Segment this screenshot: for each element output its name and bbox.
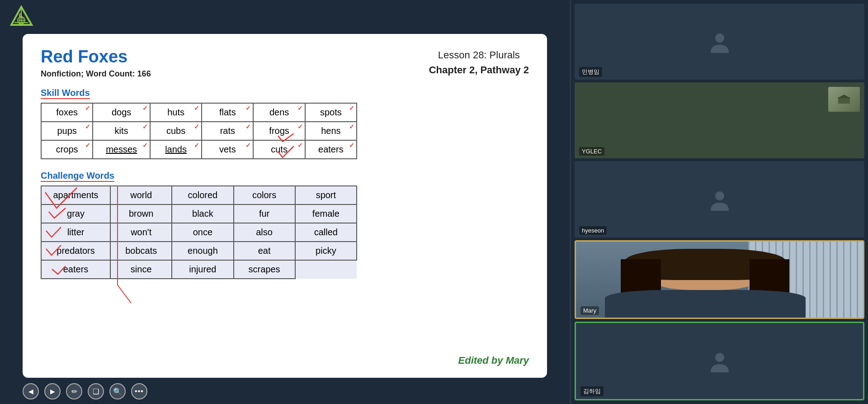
logo: E [9,5,34,29]
copy-button[interactable]: ❑ [88,383,104,399]
word-cell: bobcats [110,242,172,260]
more-button[interactable]: ••• [131,383,147,399]
participant-tile: hyeseon [575,161,864,237]
word-cell: foxes✓ [41,103,93,122]
word-cell: predators [41,242,110,260]
participant-name: 민병임 [579,67,602,77]
word-cell: cuts✓ [253,140,305,159]
word-cell: colored [172,186,233,204]
word-cell: brown [110,204,172,223]
challenge-words-table: apartments world colored colors sport gr… [41,185,357,279]
slide-header: Red Foxes Nonfiction; Word Count: 166 Le… [41,48,529,79]
slide-left-header: Red Foxes Nonfiction; Word Count: 166 [41,48,151,79]
edited-by-label: Edited by Mary [458,355,529,366]
participant-name-mary: Mary [580,306,599,315]
word-cell: pups✓ [41,122,93,140]
word-cell: eat [234,242,295,260]
table-row: eaters since injured scrapes [41,260,357,279]
bottom-controls: ◀ ▶ ✏ ❑ 🔍 ••• [23,383,147,399]
svg-rect-10 [838,97,850,104]
word-cell: hens✓ [305,122,357,140]
word-cell: messes✓ [93,140,150,159]
word-cell: won't [110,223,172,242]
participant-tile: YGLEC [575,82,864,158]
word-cell: dens✓ [253,103,305,122]
word-cell: apartments [41,186,110,204]
participant-tile: 김하임 [575,322,864,400]
challenge-words-section: Challenge Words apartments world colored… [41,171,529,281]
edit-button[interactable]: ✏ [66,383,82,399]
participant-tile-mary: Mary [575,240,864,319]
back-button[interactable]: ◀ [23,383,39,399]
slide-container: Red Foxes Nonfiction; Word Count: 166 Le… [23,34,547,378]
table-row: foxes✓ dogs✓ huts✓ flats✓ dens✓ spots✓ [41,103,357,122]
skill-words-section: Skill Words foxes✓ dogs✓ huts✓ flats✓ de… [41,88,529,159]
participant-name: hyeseon [579,226,607,235]
skill-words-label: Skill Words [41,88,90,98]
word-cell: crops✓ [41,140,93,159]
table-row: pups✓ kits✓ cubs✓ rats✓ frogs✓ hens✓ [41,122,357,140]
word-cell: frogs✓ [253,122,305,140]
slide-title: Red Foxes [41,48,151,67]
participant-tile: 민병임 [575,4,864,80]
word-cell: litter [41,223,110,242]
zoom-button[interactable]: 🔍 [109,383,126,399]
svg-text:E: E [19,13,22,18]
word-cell: scrapes [234,260,295,279]
word-cell: once [172,223,233,242]
word-cell: fur [234,204,295,223]
word-cell: cubs✓ [150,122,202,140]
word-cell: dogs✓ [93,103,150,122]
word-cell: eaters✓ [305,140,357,159]
table-row: gray brown black fur female [41,204,357,223]
word-cell: eaters [41,260,110,279]
word-cell: picky [295,242,357,260]
word-cell [295,260,357,279]
svg-point-13 [715,353,724,362]
slide-lesson: Lesson 28: Plurals Chapter 2, Pathway 2 [429,48,529,77]
skill-words-table: foxes✓ dogs✓ huts✓ flats✓ dens✓ spots✓ p… [41,103,357,159]
word-cell: rats✓ [202,122,253,140]
svg-marker-11 [837,95,851,98]
word-cell: enough [172,242,233,260]
word-cell: huts✓ [150,103,202,122]
table-row: apartments world colored colors sport [41,186,357,204]
table-row: predators bobcats enough eat picky [41,242,357,260]
main-presentation: E Red Foxes Nonfiction; Word Count: 166 … [0,0,570,404]
svg-line-8 [118,285,131,303]
svg-point-9 [715,33,724,43]
slide-subtitle: Nonfiction; Word Count: 166 [41,69,151,79]
word-cell: called [295,223,357,242]
word-cell: flats✓ [202,103,253,122]
challenge-words-label: Challenge Words [41,171,114,181]
participant-name: 김하임 [580,386,604,396]
word-cell: sport [295,186,357,204]
word-cell: since [110,260,172,279]
word-cell: lands✓ [150,140,202,159]
word-cell: colors [234,186,295,204]
word-cell: world [110,186,172,204]
word-cell: vets✓ [202,140,253,159]
word-cell: also [234,223,295,242]
word-cell: black [172,204,233,223]
word-cell: female [295,204,357,223]
svg-point-12 [715,191,724,200]
word-cell: gray [41,204,110,223]
table-row: crops✓ messes✓ lands✓ vets✓ cuts✓ eaters… [41,140,357,159]
word-cell: injured [172,260,233,279]
word-cell: kits✓ [93,122,150,140]
word-cell: spots✓ [305,103,357,122]
table-row: litter won't once also called [41,223,357,242]
participants-sidebar: 민병임 YGLEC hyeseon [571,0,868,404]
top-bar: E [0,0,570,34]
participant-name: YGLEC [579,147,604,156]
play-button[interactable]: ▶ [44,383,61,399]
